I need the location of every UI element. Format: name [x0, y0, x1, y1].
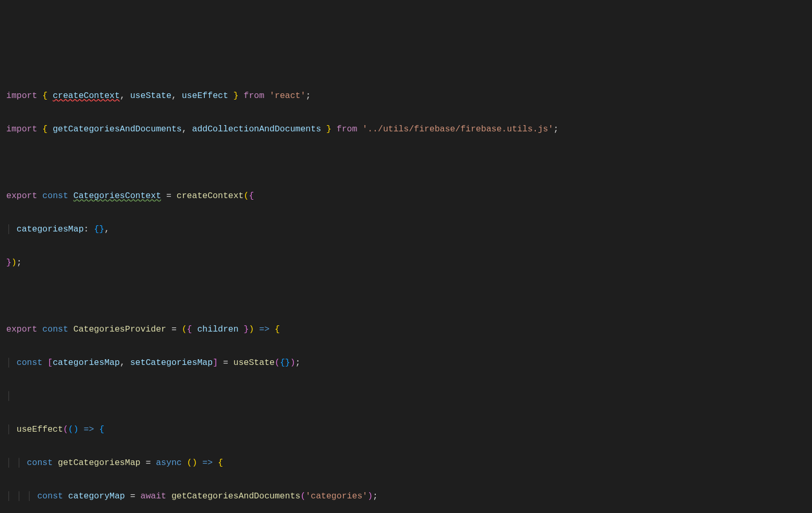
brace: {: [249, 191, 254, 201]
arrow: =>: [259, 324, 269, 334]
ident-createContext: createContext: [53, 91, 120, 101]
semicolon: ;: [305, 91, 311, 101]
ident: getCategoriesAndDocuments: [53, 124, 182, 134]
ident-useState: useState: [130, 91, 171, 101]
code-line: export const CategoriesContext = createC…: [6, 188, 806, 204]
code-line: │ const [categoriesMap, setCategoriesMap…: [6, 355, 806, 371]
code-line: │ │ const getCategoriesMap = async () =>…: [6, 455, 806, 471]
bracket: [: [47, 358, 53, 368]
code-line: [6, 154, 806, 171]
arrow: =>: [202, 458, 213, 468]
paren: (: [68, 424, 73, 434]
colon: :: [84, 224, 89, 234]
paren: ): [290, 358, 296, 368]
code-line: import { getCategoriesAndDocuments, addC…: [6, 121, 806, 138]
paren: ): [367, 491, 373, 501]
func-CategoriesProvider: CategoriesProvider: [73, 324, 166, 334]
code-line: │: [6, 388, 806, 405]
paren: ): [11, 258, 17, 267]
code-line: import { createContext, useState, useEff…: [6, 88, 806, 104]
string: 'categories': [305, 491, 367, 501]
brace: {: [275, 324, 280, 334]
keyword-const: const: [37, 491, 63, 501]
keyword-await: await: [140, 491, 166, 501]
func: getCategoriesAndDocuments: [171, 491, 301, 501]
indent-guide: │: [6, 358, 17, 368]
brace: }: [326, 124, 331, 134]
brace: {: [99, 424, 104, 434]
paren: ): [249, 324, 254, 334]
paren: ): [192, 458, 198, 468]
keyword-async: async: [156, 458, 182, 468]
brace: {: [42, 124, 47, 134]
comma: ,: [171, 91, 177, 101]
comma: ,: [120, 91, 125, 101]
string-module: 'react': [269, 91, 305, 101]
comma: ,: [104, 224, 109, 234]
equals: =: [223, 358, 228, 368]
paren: (: [244, 191, 249, 201]
arrow: =>: [84, 424, 94, 434]
ident-useEffect: useEffect: [182, 91, 228, 101]
ident: categoriesMap: [53, 358, 120, 368]
paren: (: [300, 491, 305, 501]
code-line: │ │ │ const categoryMap = await getCateg…: [6, 488, 806, 505]
keyword-const: const: [27, 458, 53, 468]
keyword-import: import: [6, 91, 37, 101]
code-line: export const CategoriesProvider = ({ chi…: [6, 321, 806, 338]
indent-guide: │: [6, 391, 11, 401]
paren: (: [187, 458, 192, 468]
indent-guide: │ │: [6, 458, 27, 468]
equals: =: [145, 458, 151, 468]
equals: =: [171, 324, 177, 334]
semicolon: ;: [373, 491, 378, 501]
equals: =: [130, 491, 136, 501]
code-line: │ useEffect(() => {: [6, 421, 806, 438]
comma: ,: [182, 124, 187, 134]
semicolon: ;: [296, 358, 301, 368]
brace: }: [244, 324, 249, 334]
ident: setCategoriesMap: [130, 358, 213, 368]
keyword-const: const: [42, 324, 68, 334]
semicolon: ;: [17, 258, 22, 267]
brace: }: [6, 258, 11, 267]
keyword-export: export: [6, 324, 37, 334]
code-editor[interactable]: import { createContext, useState, useEff…: [6, 71, 806, 513]
semicolon: ;: [553, 124, 559, 134]
func-useState: useState: [233, 358, 275, 368]
param-children: children: [197, 324, 238, 334]
brace: {: [42, 91, 47, 101]
brace: {}: [94, 224, 104, 234]
func-createContext: createContext: [177, 191, 244, 201]
bracket: ]: [213, 358, 218, 368]
code-line: });: [6, 254, 806, 271]
indent-guide: │ │ │: [6, 491, 37, 501]
paren: (: [182, 324, 187, 334]
brace: {: [218, 458, 223, 468]
code-line: │ categoriesMap: {},: [6, 221, 806, 238]
keyword-const: const: [17, 358, 43, 368]
brace: {: [187, 324, 192, 334]
comma: ,: [120, 358, 125, 368]
func-useEffect: useEffect: [17, 424, 63, 434]
equals: =: [166, 191, 171, 201]
keyword-const: const: [42, 191, 68, 201]
string-module: '../utils/firebase/firebase.utils.js': [362, 124, 553, 134]
code-line: [6, 288, 806, 304]
paren: ): [73, 424, 79, 434]
brace: {}: [280, 358, 290, 368]
keyword-from: from: [244, 91, 265, 101]
keyword-from: from: [337, 124, 358, 134]
paren: (: [63, 424, 68, 434]
brace: }: [233, 91, 239, 101]
indent-guide: │: [6, 224, 17, 234]
property: categoriesMap: [17, 224, 84, 234]
keyword-export: export: [6, 191, 37, 201]
indent-guide: │: [6, 424, 17, 434]
keyword-import: import: [6, 124, 37, 134]
ident: categoryMap: [68, 491, 125, 501]
func: getCategoriesMap: [58, 458, 140, 468]
ident-CategoriesContext: CategoriesContext: [73, 191, 161, 201]
paren: (: [275, 358, 280, 368]
ident: addCollectionAndDocuments: [192, 124, 322, 134]
